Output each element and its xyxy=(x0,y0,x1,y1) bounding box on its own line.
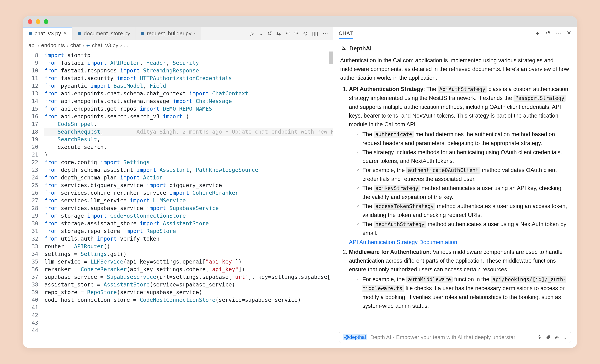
send-icon[interactable] xyxy=(554,335,559,340)
brand-name: DepthAI xyxy=(349,44,372,53)
python-icon: ⊕ xyxy=(77,31,82,36)
breadcrumb-part[interactable]: api xyxy=(28,42,36,48)
tab-bar: ⊕ chat_v3.py ✕ ⊕ document_store.py ⊕ req… xyxy=(23,27,333,40)
minimap[interactable] xyxy=(329,52,333,64)
chat-intro: Authentication in the Cal.com applicatio… xyxy=(340,56,570,82)
python-icon: ⊕ xyxy=(28,31,32,36)
code-token: authenticateOAuthClient xyxy=(406,167,480,174)
doc-link[interactable]: API Authentication Strategy Documentatio… xyxy=(349,239,457,245)
app-window: ⊕ chat_v3.py ✕ ⊕ document_store.py ⊕ req… xyxy=(23,16,577,348)
breadcrumb-file[interactable]: chat_v3.py xyxy=(92,42,118,48)
code-token: apiKeyStrategy xyxy=(374,185,420,192)
diff-icon[interactable]: ⇆ xyxy=(276,30,281,37)
python-icon: ⊕ xyxy=(141,31,145,36)
chat-pane: CHAT ＋ ↺ ⋯ ✕ DepthAI Authentication in t… xyxy=(333,27,577,348)
brand-icon xyxy=(340,45,347,52)
history-icon[interactable]: ↺ xyxy=(546,30,550,37)
chevron-down-icon[interactable]: ⌄ xyxy=(259,30,263,37)
step-forward-icon[interactable]: ↷ xyxy=(294,30,299,37)
python-icon: ⊕ xyxy=(86,43,90,48)
list-item: The authenticate method determines the a… xyxy=(357,130,570,148)
run-debug-icon[interactable]: ⊚ xyxy=(303,30,308,37)
svg-rect-3 xyxy=(539,336,540,338)
list-item: The strategy includes methods for authen… xyxy=(357,148,570,165)
chat-input[interactable]: @depthai Depth AI - Empower your team wi… xyxy=(339,332,571,343)
tab-request-builder[interactable]: ⊕ request_builder.py • xyxy=(135,27,201,40)
tab-document-store[interactable]: ⊕ document_store.py xyxy=(73,27,135,40)
tab-label: chat_v3.py xyxy=(35,30,61,37)
tab-label: document_store.py xyxy=(84,30,130,37)
more-icon[interactable]: ⋯ xyxy=(556,30,561,37)
new-chat-icon[interactable]: ＋ xyxy=(535,30,540,37)
chevron-down-icon[interactable]: ⌄ xyxy=(563,334,567,340)
list-item: For example, the authenticateOAuthClient… xyxy=(357,166,570,183)
code-content[interactable]: import aiohttpfrom fastapi import APIRou… xyxy=(41,51,333,348)
chat-header: CHAT ＋ ↺ ⋯ ✕ xyxy=(333,27,577,40)
chevron-right-icon: › xyxy=(67,42,68,48)
list-item: API Authentication Strategy: The ApiAuth… xyxy=(349,85,570,247)
run-controls: ▷ ⌄ ↺ ⇆ ↶ ↷ ⊚ ▯▯ ⋯ xyxy=(245,30,333,37)
mic-icon[interactable] xyxy=(537,335,542,340)
more-icon[interactable]: ⋯ xyxy=(323,30,328,37)
list-item: Middleware for Authentication: Various m… xyxy=(349,248,570,310)
list-item: The apiKeyStrategy method authenticates … xyxy=(357,184,570,201)
step-back-icon[interactable]: ↶ xyxy=(285,30,290,37)
list-item: For example, the authMiddleware function… xyxy=(357,275,570,310)
code-token: authenticate xyxy=(374,131,414,138)
history-icon[interactable]: ↺ xyxy=(267,30,272,37)
titlebar xyxy=(23,16,577,27)
tab-chat-v3[interactable]: ⊕ chat_v3.py ✕ xyxy=(23,27,73,40)
list-item: The nextAuthStrategy method authenticate… xyxy=(357,220,570,237)
close-icon[interactable]: ✕ xyxy=(567,30,571,37)
chevron-right-icon: › xyxy=(83,42,84,48)
svg-point-0 xyxy=(343,46,344,47)
editor-pane: ⊕ chat_v3.py ✕ ⊕ document_store.py ⊕ req… xyxy=(23,27,333,348)
attach-icon[interactable] xyxy=(546,335,551,340)
tab-label: request_builder.py xyxy=(147,30,191,37)
breadcrumb-part[interactable]: chat xyxy=(70,42,81,48)
input-placeholder: Depth AI - Empower your team with AI tha… xyxy=(370,334,515,340)
window-close-button[interactable] xyxy=(28,19,32,24)
chevron-right-icon: › xyxy=(120,42,122,48)
chevron-right-icon: › xyxy=(38,42,39,48)
line-gutter: 8910111213141516171819202122232425262728… xyxy=(23,51,41,348)
close-icon[interactable]: ✕ xyxy=(63,31,67,36)
code-token: PassportStrategy xyxy=(514,95,566,102)
breadcrumb-part[interactable]: endpoints xyxy=(41,42,65,48)
mention-chip[interactable]: @depthai xyxy=(343,334,367,340)
list-item: The accessTokenStrategy method authentic… xyxy=(357,202,570,219)
window-maximize-button[interactable] xyxy=(44,19,48,24)
chat-tab[interactable]: CHAT xyxy=(339,30,353,39)
play-icon[interactable]: ▷ xyxy=(250,30,254,37)
window-minimize-button[interactable] xyxy=(36,19,40,24)
breadcrumb[interactable]: api › endpoints › chat › ⊕ chat_v3.py › … xyxy=(23,40,333,51)
code-token: authMiddleware xyxy=(406,276,452,283)
code-token: accessTokenStrategy xyxy=(374,203,435,210)
dirty-indicator: • xyxy=(194,30,196,37)
chat-body: DepthAI Authentication in the Cal.com ap… xyxy=(333,40,577,328)
code-token: nextAuthStrategy xyxy=(374,221,426,228)
split-editor-icon[interactable]: ▯▯ xyxy=(312,30,318,37)
code-editor[interactable]: 8910111213141516171819202122232425262728… xyxy=(23,51,333,348)
code-token: ApiAuthStrategy xyxy=(438,86,487,93)
breadcrumb-trailing[interactable]: ... xyxy=(124,42,128,48)
